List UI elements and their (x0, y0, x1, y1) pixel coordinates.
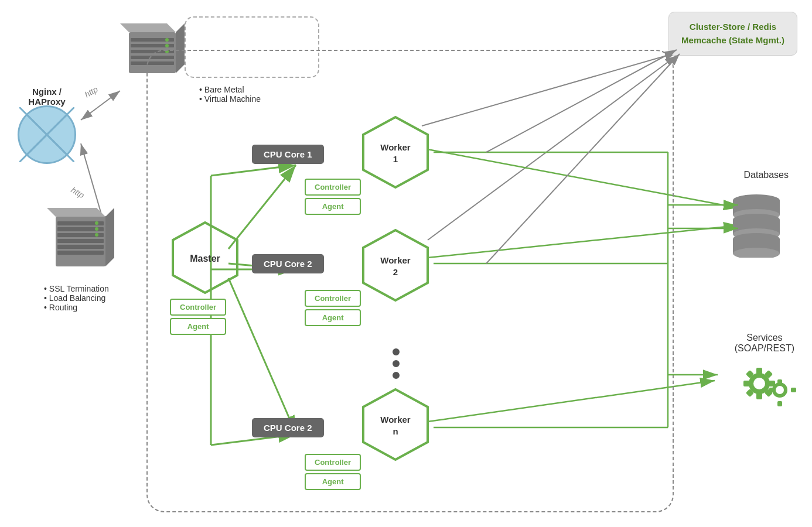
svg-line-19 (19, 107, 74, 162)
master-label: Master (190, 254, 220, 264)
svg-point-63 (753, 378, 765, 389)
svg-rect-66 (743, 381, 750, 386)
nginx-haproxy-icon (18, 105, 76, 164)
svg-rect-37 (57, 239, 104, 243)
svg-rect-77 (791, 388, 796, 392)
svg-line-3 (81, 91, 120, 120)
master-controller-agent: Controller Agent (170, 299, 226, 337)
svg-text:Worker: Worker (380, 415, 411, 425)
worker2-hexagon: Worker 2 (357, 227, 434, 303)
workern-controller-agent: Controller Agent (305, 454, 361, 492)
worker1-controller-box: Controller (305, 179, 361, 196)
svg-text:Worker: Worker (380, 142, 411, 152)
services-gear-icon (721, 351, 803, 410)
svg-marker-50 (363, 389, 428, 460)
http-label-bottom: http (70, 185, 86, 200)
svg-rect-76 (769, 388, 775, 392)
worker2-agent-box: Agent (305, 309, 361, 326)
cpu-core-2-box: CPU Core 2 (252, 254, 324, 273)
svg-rect-74 (777, 379, 782, 385)
worker1-agent-box: Agent (305, 198, 361, 215)
svg-rect-38 (57, 245, 104, 249)
svg-marker-47 (363, 230, 428, 300)
svg-marker-33 (105, 208, 114, 266)
svg-rect-75 (777, 401, 782, 406)
master-hexagon: Master (167, 220, 243, 296)
svg-point-41 (95, 227, 98, 231)
load-balancer-server-icon (44, 202, 120, 278)
svg-point-42 (95, 233, 98, 237)
svg-text:2: 2 (393, 267, 398, 277)
databases-label: Databases (744, 170, 789, 180)
ellipsis-dots (393, 348, 400, 379)
svg-marker-21 (120, 23, 176, 32)
database-icon (712, 182, 800, 258)
cluster-store-text: Cluster-Store / Redis Memcache (State Mg… (681, 22, 784, 45)
workern-controller-box: Controller (305, 454, 361, 471)
services-label: Services (SOAP/REST) (735, 333, 794, 354)
http-label-top: http (83, 84, 100, 100)
svg-marker-32 (47, 208, 105, 217)
nginx-label: Nginx / HAProxy (9, 87, 85, 107)
worker2-controller-box: Controller (305, 290, 361, 307)
svg-point-29 (165, 44, 169, 47)
svg-rect-65 (756, 392, 762, 399)
svg-rect-64 (756, 368, 762, 375)
master-agent-box: Agent (170, 318, 226, 335)
cluster-store-box: Cluster-Store / Redis Memcache (State Mg… (668, 12, 797, 56)
workern-hexagon: Worker n (357, 386, 434, 463)
cpu-core-1-box: CPU Core 1 (252, 145, 324, 164)
svg-text:n: n (393, 426, 398, 436)
svg-text:Worker: Worker (380, 255, 411, 265)
worker1-hexagon: Worker 1 (357, 114, 434, 190)
server-features-label: SSL Termination Load Balancing Routing (44, 284, 109, 312)
svg-line-18 (19, 107, 74, 162)
master-controller-box: Controller (170, 299, 226, 316)
svg-marker-44 (363, 117, 428, 187)
diagram-container: http http (0, 0, 812, 527)
workern-agent-box: Agent (305, 473, 361, 490)
svg-point-40 (95, 221, 98, 225)
svg-rect-39 (57, 251, 104, 255)
svg-point-73 (776, 386, 784, 394)
worker2-controller-agent: Controller Agent (305, 290, 361, 328)
svg-point-28 (165, 38, 169, 42)
svg-text:1: 1 (393, 154, 398, 164)
cpu-core-n-box: CPU Core 2 (252, 418, 324, 437)
worker1-controller-agent: Controller Agent (305, 179, 361, 217)
